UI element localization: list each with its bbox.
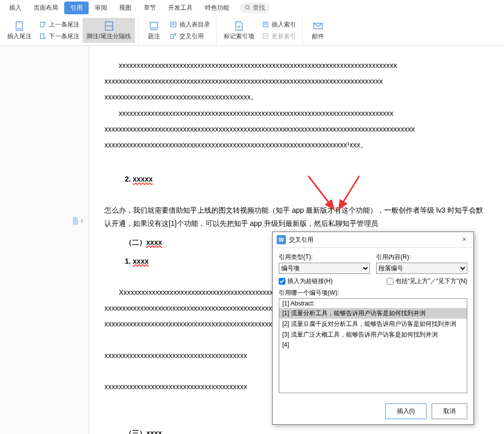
- dialog-title: 交叉引用: [289, 236, 459, 244]
- svg-rect-4: [40, 22, 44, 27]
- tab-insert[interactable]: 插入: [3, 2, 28, 14]
- svg-rect-5: [40, 34, 44, 38]
- insert-as-link-checkbox[interactable]: 插入为超链接(H): [279, 277, 333, 286]
- body-text: xxxxxxxxxxxxxxxxxxxxxxxxxxxxxxxxxxxxxxxx…: [104, 123, 489, 136]
- svg-rect-13: [171, 35, 174, 39]
- update-index-label: 更新索引: [272, 32, 296, 41]
- tab-chapter[interactable]: 章节: [138, 2, 162, 14]
- heading-section-3: （三）xxxx: [125, 427, 489, 434]
- next-footnote-button[interactable]: 下一条尾注: [36, 31, 83, 42]
- tab-features[interactable]: 特色功能: [199, 2, 235, 14]
- which-item-label: 引用哪一个编号项(W):: [279, 289, 339, 296]
- caption-label: 题注: [148, 32, 160, 41]
- ref-content-select[interactable]: 段落编号: [376, 263, 467, 274]
- footnote-separator-label: 脚注/尾注分隔线: [87, 32, 131, 41]
- cancel-button[interactable]: 取消: [432, 403, 467, 419]
- footnote-separator-button[interactable]: 脚注/尾注分隔线: [83, 18, 135, 43]
- svg-line-1: [249, 9, 250, 10]
- list-item[interactable]: [2] 流量豆腐干反对分析工具，能够告诉用户访客是如何找到并浏: [279, 319, 467, 329]
- mail-icon: [312, 20, 324, 32]
- tab-view[interactable]: 视图: [113, 2, 138, 14]
- insert-endnote-button[interactable]: 插入尾注: [3, 18, 36, 43]
- svg-point-0: [246, 6, 249, 9]
- menu-tabbar: 插入 页面布局 引用 审阅 视图 章节 开发工具 特色功能 查找: [0, 0, 504, 15]
- prev-footnote-label: 上一条尾注: [49, 20, 79, 29]
- insert-index-icon: [261, 20, 270, 29]
- body-text: xxxxxxxxxxxxxxxxxxxxxxxxxxxxxxxxxxxxxxxx…: [104, 107, 489, 120]
- mail-button[interactable]: 邮件: [306, 18, 330, 43]
- app-icon: W: [277, 235, 286, 244]
- svg-rect-18: [263, 34, 268, 38]
- mark-index-button[interactable]: 标记索引项: [220, 18, 258, 43]
- cross-ref-label: 交叉引用: [179, 32, 204, 41]
- tab-review[interactable]: 审阅: [89, 2, 113, 14]
- separator-icon: [103, 20, 115, 32]
- next-footnote-icon: [39, 32, 47, 40]
- body-text: xxxxxxxxxxxxxxxxxxxxxxxxxxxxxxxxxxxxxxxx…: [104, 91, 489, 104]
- prev-footnote-icon: [39, 20, 47, 29]
- endnote-icon: [13, 20, 25, 32]
- section-marker[interactable]: [71, 216, 85, 225]
- gutter: [0, 46, 89, 434]
- include-above-below-input[interactable]: [387, 278, 393, 285]
- ribbon: 插入尾注 上一条尾注 下一条尾注 脚注/尾注分隔线 题注 插入表目录: [0, 15, 504, 46]
- caption-button[interactable]: 题注: [142, 18, 166, 43]
- insert-toc-button[interactable]: 插入表目录: [166, 19, 213, 31]
- cross-ref-button[interactable]: 交叉引用: [166, 31, 213, 42]
- ref-type-select[interactable]: 编号项: [279, 263, 370, 274]
- mark-index-label: 标记索引项: [224, 32, 254, 41]
- prev-footnote-button[interactable]: 上一条尾注: [36, 19, 83, 31]
- list-item[interactable]: [1] Abstract:: [279, 299, 467, 308]
- tab-references[interactable]: 引用: [64, 2, 89, 14]
- svg-rect-8: [150, 22, 158, 28]
- include-above-below-checkbox[interactable]: 包括“见上方”／“见下方”(N): [387, 277, 467, 286]
- close-button[interactable]: [459, 236, 469, 244]
- item-listbox[interactable]: [1] Abstract: [1] 流量分析工具，能够告诉用户访客是如何找到并浏…: [279, 298, 467, 393]
- tab-developer[interactable]: 开发工具: [162, 2, 199, 14]
- list-item[interactable]: [3] 流量广泛大概工具，能够告诉用户访客是如何找到并浏: [279, 329, 467, 340]
- insert-index-label: 插入索引: [272, 20, 296, 29]
- document-icon: [71, 216, 79, 225]
- svg-rect-2: [16, 22, 23, 31]
- close-icon: [461, 236, 467, 242]
- insert-toc-label: 插入表目录: [179, 20, 210, 29]
- list-item[interactable]: [1] 流量分析工具，能够告诉用户访客是如何找到并浏: [279, 308, 467, 319]
- mail-label: 邮件: [312, 32, 324, 41]
- insert-button[interactable]: 插入(I): [385, 403, 427, 419]
- dialog-titlebar[interactable]: W 交叉引用: [273, 232, 473, 248]
- caption-icon: [148, 20, 160, 32]
- mark-index-icon: [233, 20, 245, 32]
- search-box[interactable]: 查找: [240, 3, 270, 13]
- body-text: xxxxxxxxxxxxxxxxxxxxxxxxxxxxxxxxxxxxxxxx…: [104, 59, 489, 72]
- update-index-icon: [261, 32, 270, 40]
- include-above-below-label: 包括“见上方”／“见下方”(N): [395, 277, 467, 286]
- update-index-button: 更新索引: [258, 31, 299, 42]
- search-label: 查找: [253, 4, 265, 12]
- insert-as-link-label: 插入为超链接(H): [287, 277, 333, 286]
- body-text: xxxxxxxxxxxxxxxxxxxxxxxxxxxxxxxxxxxxxxxx…: [104, 139, 489, 151]
- body-text: 怎么办，我们就需要借助知乎上线的图文转视频功能（知乎 app 最新版才有这个功能…: [104, 204, 489, 229]
- insert-endnote-label: 插入尾注: [7, 32, 32, 41]
- cross-ref-icon: [169, 32, 177, 40]
- cross-reference-dialog: W 交叉引用 引用类型(T): 编号项 引用内容(R): 段落编号 插入为超链接…: [272, 232, 474, 425]
- next-footnote-label: 下一条尾注: [49, 32, 79, 41]
- heading-2: 2. xxxxx: [125, 173, 489, 186]
- tab-page-layout[interactable]: 页面布局: [28, 2, 64, 14]
- insert-as-link-input[interactable]: [279, 278, 285, 285]
- search-icon: [245, 5, 251, 11]
- list-item[interactable]: [4]: [279, 340, 467, 349]
- toc-icon: [169, 20, 177, 29]
- insert-index-button[interactable]: 插入索引: [258, 19, 299, 31]
- ref-content-label: 引用内容(R):: [376, 253, 467, 262]
- body-text: xxxxxxxxxxxxxxxxxxxxxxxxxxxxxxxxxxxxxxxx…: [104, 75, 489, 88]
- chevron-left-icon: [79, 218, 85, 223]
- ref-type-label: 引用类型(T):: [279, 253, 370, 262]
